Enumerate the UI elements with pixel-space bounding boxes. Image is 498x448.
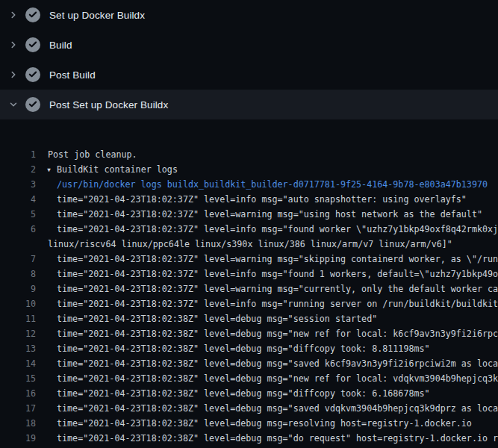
check-circle-icon [25,97,40,112]
log-line: 11 time="2021-04-23T18:02:38Z" level=deb… [0,311,498,326]
log-line-text: time="2021-04-23T18:02:37Z" level=warnin… [57,252,498,267]
log-line: 6 time="2021-04-23T18:02:37Z" level=info… [0,222,498,237]
log-line-text: time="2021-04-23T18:02:38Z" level=debug … [57,326,498,341]
line-number[interactable]: 14 [0,356,36,371]
step-title: Build [49,40,72,51]
log-view: 1 Post job cleanup. 2 ▾ BuildKit contain… [0,119,498,448]
step-header-build[interactable]: Build [0,30,498,60]
log-line: 1 Post job cleanup. [0,147,498,162]
line-number[interactable]: 3 [0,177,36,192]
line-number[interactable]: 13 [0,341,36,356]
log-line-text: /usr/bin/docker logs buildx_buildkit_bui… [57,177,488,192]
line-number[interactable] [0,237,36,252]
log-line-text: time="2021-04-23T18:02:37Z" level=info m… [57,267,498,281]
log-line: 14 time="2021-04-23T18:02:38Z" level=deb… [0,356,498,371]
log-line: 7 time="2021-04-23T18:02:37Z" level=warn… [0,252,498,267]
log-line-text: time="2021-04-23T18:02:38Z" level=debug … [57,341,430,356]
log-rows: 1 Post job cleanup. 2 ▾ BuildKit contain… [0,147,498,448]
log-line: 12 time="2021-04-23T18:02:38Z" level=deb… [0,326,498,341]
chevron-down-icon [7,99,19,111]
line-number[interactable]: 6 [0,222,36,237]
line-number[interactable]: 19 [0,431,36,446]
log-line-text: time="2021-04-23T18:02:38Z" level=debug … [57,416,472,431]
log-line-text: time="2021-04-23T18:02:38Z" level=debug … [57,386,430,401]
log-line-text[interactable]: ▾ BuildKit container logs [46,162,178,177]
line-number[interactable]: 1 [0,147,36,162]
log-line-text: time="2021-04-23T18:02:37Z" level=info m… [57,296,498,311]
line-number[interactable]: 5 [0,207,36,222]
log-line: 16 time="2021-04-23T18:02:38Z" level=deb… [0,386,498,401]
log-line: 5 time="2021-04-23T18:02:37Z" level=warn… [0,207,498,222]
line-number[interactable]: 15 [0,371,36,386]
check-circle-icon [25,37,40,52]
steps-list: Set up Docker Buildx Build Post Build Po… [0,0,498,119]
check-circle-icon [25,7,40,22]
step-title: Post Build [49,69,96,81]
step-title: Set up Docker Buildx [49,10,145,21]
check-circle-icon [25,67,40,82]
log-line-text: time="2021-04-23T18:02:38Z" level=debug … [57,356,498,371]
log-line-text: linux/riscv64 linux/ppc64le linux/s390x … [48,237,452,252]
line-number[interactable]: 11 [0,311,36,326]
log-line: 2 ▾ BuildKit container logs [0,162,498,177]
line-number[interactable]: 16 [0,386,36,401]
line-number[interactable]: 7 [0,252,36,267]
log-line: 3 /usr/bin/docker logs buildx_buildkit_b… [0,177,498,192]
log-line-text: time="2021-04-23T18:02:37Z" level=info m… [57,192,467,207]
log-line-text: Post job cleanup. [48,147,137,162]
step-title: Post Set up Docker Buildx [49,99,168,111]
log-line: 8 time="2021-04-23T18:02:37Z" level=info… [0,267,498,281]
log-line-text: time="2021-04-23T18:02:38Z" level=debug … [57,431,498,446]
log-line: 9 time="2021-04-23T18:02:37Z" level=warn… [0,281,498,296]
log-line-text: time="2021-04-23T18:02:38Z" level=debug … [57,371,498,386]
line-number[interactable]: 2 [0,162,36,177]
log-line: 18 time="2021-04-23T18:02:38Z" level=deb… [0,416,498,431]
line-number[interactable]: 10 [0,296,36,311]
log-line: 10 time="2021-04-23T18:02:37Z" level=inf… [0,296,498,311]
log-line: linux/riscv64 linux/ppc64le linux/s390x … [0,237,498,252]
log-line-text: time="2021-04-23T18:02:38Z" level=debug … [57,401,498,416]
log-line-text: time="2021-04-23T18:02:38Z" level=debug … [57,311,377,326]
line-number[interactable]: 4 [0,192,36,207]
log-line: 19 time="2021-04-23T18:02:38Z" level=deb… [0,431,498,446]
step-header-post-set-up-docker-buildx[interactable]: Post Set up Docker Buildx [0,90,498,119]
log-line: 13 time="2021-04-23T18:02:38Z" level=deb… [0,341,498,356]
log-line: 15 time="2021-04-23T18:02:38Z" level=deb… [0,371,498,386]
chevron-right-icon [7,69,19,81]
log-line-text: time="2021-04-23T18:02:37Z" level=warnin… [57,207,482,222]
log-line-text: time="2021-04-23T18:02:37Z" level=info m… [57,222,498,237]
log-line: 17 time="2021-04-23T18:02:38Z" level=deb… [0,401,498,416]
step-header-set-up-docker-buildx[interactable]: Set up Docker Buildx [0,0,498,30]
step-header-post-build[interactable]: Post Build [0,60,498,90]
line-number[interactable]: 17 [0,401,36,416]
line-number[interactable]: 8 [0,267,36,281]
line-number[interactable]: 9 [0,281,36,296]
log-line: 4 time="2021-04-23T18:02:37Z" level=info… [0,192,498,207]
chevron-right-icon [7,9,19,21]
line-number[interactable]: 18 [0,416,36,431]
line-number[interactable]: 12 [0,326,36,341]
chevron-right-icon [7,39,19,51]
log-line-text: time="2021-04-23T18:02:37Z" level=warnin… [57,281,498,296]
